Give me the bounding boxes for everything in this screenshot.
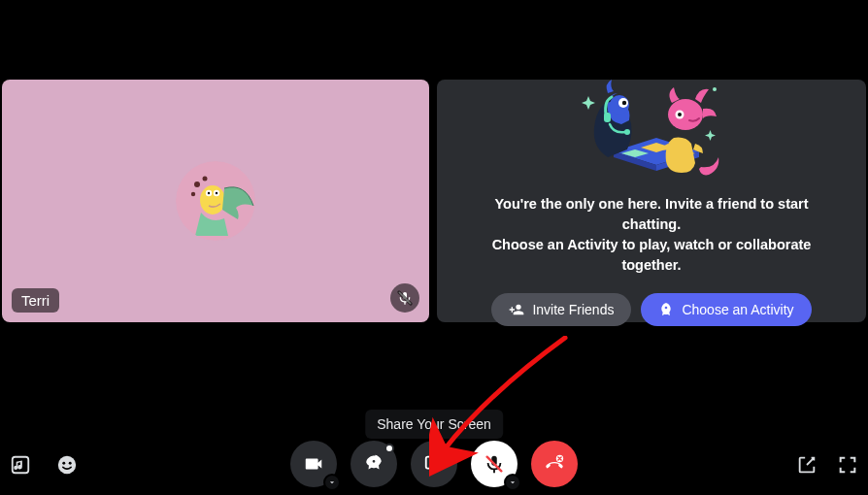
svg-point-24: [668, 99, 703, 130]
camera-button[interactable]: [290, 441, 337, 487]
tooltip-share-screen: Share Your Screen: [365, 410, 503, 439]
mic-options-chevron[interactable]: [504, 474, 521, 491]
rocket-icon: [363, 453, 384, 475]
popout-icon: [796, 454, 818, 476]
svg-point-33: [62, 462, 65, 465]
svg-point-12: [713, 87, 717, 91]
chevron-down-icon: [327, 478, 337, 487]
svg-point-32: [58, 456, 76, 474]
chevron-down-icon: [508, 478, 517, 487]
disconnect-button[interactable]: [531, 441, 578, 487]
svg-point-2: [194, 182, 200, 187]
call-controls-dock: [290, 441, 578, 487]
muted-indicator-badge: [390, 283, 419, 313]
svg-point-4: [203, 177, 208, 182]
popout-button[interactable]: [794, 452, 819, 478]
camera-icon: [303, 453, 324, 475]
activities-notification-dot: [384, 444, 394, 453]
rocket-icon: [658, 302, 674, 317]
svg-point-26: [678, 113, 682, 116]
mic-muted-icon: [397, 290, 413, 306]
empty-state-text: You're the only one here. Invite a frien…: [466, 194, 837, 276]
invite-friends-button[interactable]: Invite Friends: [491, 293, 631, 326]
camera-options-chevron[interactable]: [323, 474, 341, 491]
activities-button[interactable]: [351, 441, 397, 487]
mic-button[interactable]: [471, 441, 517, 487]
mic-muted-icon: [484, 453, 505, 475]
fullscreen-icon: [837, 454, 858, 476]
add-user-icon: [509, 302, 524, 317]
svg-point-9: [216, 192, 217, 194]
svg-rect-22: [604, 113, 611, 122]
avatar: [176, 161, 255, 241]
participant-name: Terri: [12, 288, 59, 313]
emoji-button[interactable]: [54, 452, 80, 478]
svg-rect-28: [430, 470, 437, 472]
fullscreen-button[interactable]: [835, 452, 860, 478]
phone-hangup-icon: [544, 453, 565, 475]
choose-activity-button[interactable]: Choose an Activity: [641, 293, 811, 326]
svg-point-5: [200, 185, 225, 214]
svg-point-21: [622, 101, 626, 105]
participant-tile-self[interactable]: Terri: [2, 80, 429, 322]
svg-point-3: [191, 192, 195, 196]
empty-state-illustration: [565, 76, 738, 182]
empty-state-panel: You're the only one here. Invite a frien…: [437, 80, 866, 322]
svg-point-8: [208, 192, 210, 194]
screen-share-icon: [423, 453, 445, 475]
share-screen-button[interactable]: [411, 441, 457, 487]
music-note-icon: [10, 454, 31, 476]
soundboard-button[interactable]: [8, 452, 33, 478]
svg-point-34: [69, 462, 72, 465]
smile-icon: [56, 454, 78, 476]
svg-point-23: [624, 129, 630, 135]
